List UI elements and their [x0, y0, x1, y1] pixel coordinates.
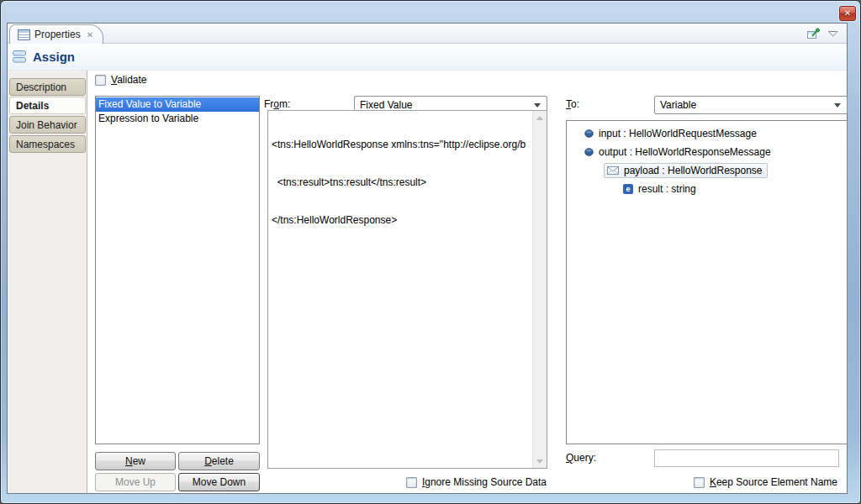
list-item[interactable]: Fixed Value to Variable: [96, 97, 259, 112]
move-down-button[interactable]: Move Down: [178, 473, 260, 491]
keep-source-element-row: Keep Source Element Name: [694, 476, 837, 488]
to-label: To:: [566, 98, 579, 110]
message-part-icon: [607, 166, 619, 175]
tree-item-input[interactable]: input : HelloWorldRequestMessage: [567, 124, 847, 143]
sidebar-item-details[interactable]: Details: [9, 97, 86, 114]
keep-source-element-checkbox[interactable]: [694, 477, 705, 488]
variable-tree[interactable]: input : HelloWorldRequestMessage output …: [566, 120, 848, 444]
validate-label: Validate: [111, 74, 147, 86]
ignore-missing-source-checkbox[interactable]: [406, 477, 417, 488]
validate-row: Validate: [95, 74, 147, 86]
properties-window: ✕: [0, 0, 861, 504]
scroll-up-icon[interactable]: [533, 111, 547, 124]
new-button[interactable]: New: [95, 452, 176, 470]
view-menu-chevron-icon: [828, 31, 838, 37]
xsd-element-icon: e: [623, 184, 633, 194]
variable-icon: [584, 148, 594, 156]
tree-item-payload[interactable]: payload : HelloWorldResponse: [567, 161, 847, 180]
tab-close-icon[interactable]: ✕: [87, 30, 93, 39]
details-page: Description Details Join Behavior Namesp…: [8, 71, 847, 493]
fixed-value-textarea[interactable]: <tns:HelloWorldResponse xmlns:tns="http:…: [267, 110, 547, 469]
sidebar-item-join-behavior[interactable]: Join Behavior: [9, 116, 86, 134]
tree-item-label: result : string: [638, 183, 696, 195]
move-up-button: Move Up: [95, 473, 176, 491]
list-item[interactable]: Expression to Variable: [96, 112, 259, 126]
query-label: Query:: [566, 452, 596, 464]
sidebar-item-label: Description: [16, 81, 66, 93]
sidebar-item-namespaces[interactable]: Namespaces: [9, 135, 86, 153]
variable-icon: [584, 129, 594, 138]
properties-view-icon: [18, 29, 30, 40]
tree-item-output[interactable]: output : HelloWorldResponseMessage: [567, 143, 847, 161]
sidebar-item-label: Namespaces: [16, 139, 75, 150]
pin-view-button[interactable]: [806, 28, 821, 40]
property-tab-rail: Description Details Join Behavior Namesp…: [8, 71, 87, 493]
tree-selection-box: payload : HelloWorldResponse: [604, 163, 768, 178]
copy-rules-list[interactable]: Fixed Value to Variable Expression to Va…: [95, 96, 260, 444]
tree-item-label: output : HelloWorldResponseMessage: [599, 146, 771, 158]
delete-button[interactable]: Delete: [178, 452, 260, 470]
scroll-down-icon[interactable]: [533, 454, 547, 468]
page-title: Assign: [33, 50, 75, 64]
tree-item-label: input : HelloWorldRequestMessage: [599, 128, 757, 139]
validate-checkbox[interactable]: [95, 75, 106, 86]
textarea-scrollbar[interactable]: [532, 111, 547, 468]
view-tab-bar: [8, 24, 847, 44]
from-type-value: Fixed Value: [360, 99, 412, 111]
pin-icon: [806, 28, 821, 40]
sidebar-item-label: Details: [16, 100, 49, 112]
form-header: Assign: [8, 44, 847, 71]
sidebar-item-description[interactable]: Description: [9, 78, 86, 96]
tab-properties[interactable]: Properties ✕: [9, 24, 103, 44]
view-menu-button[interactable]: [828, 31, 838, 37]
to-type-dropdown[interactable]: Variable: [654, 96, 848, 114]
keep-source-element-label: Keep Source Element Name: [710, 476, 837, 488]
dropdown-arrow-icon: [834, 103, 841, 111]
from-label: From:: [264, 98, 290, 110]
query-input[interactable]: [654, 449, 839, 467]
assign-activity-icon: [13, 50, 27, 63]
tab-title: Properties: [34, 29, 81, 40]
window-close-button[interactable]: ✕: [839, 6, 856, 21]
tree-item-result[interactable]: e result : string: [567, 180, 847, 198]
to-type-value: Variable: [660, 99, 696, 111]
sidebar-item-label: Join Behavior: [16, 119, 77, 131]
fixed-value-text: <tns:HelloWorldResponse xmlns:tns="http:…: [272, 113, 530, 465]
ignore-missing-source-row: Ignore Missing Source Data: [406, 476, 547, 488]
tree-item-label: payload : HelloWorldResponse: [624, 165, 763, 176]
properties-view: Properties ✕ Assign Description Details …: [7, 23, 848, 494]
ignore-missing-source-label: Ignore Missing Source Data: [422, 476, 547, 488]
